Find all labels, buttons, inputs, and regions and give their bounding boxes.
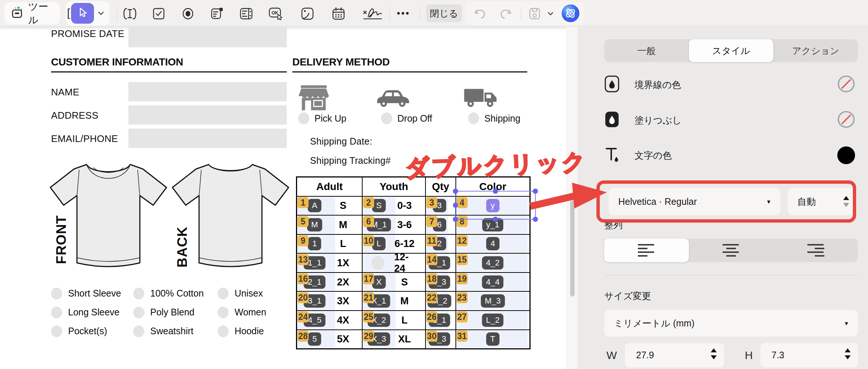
tab-style[interactable]: スタイル [689,39,774,62]
tab-action[interactable]: アクション [773,39,858,62]
align-right-icon [807,244,824,257]
form-field-chip[interactable]: 4 [486,237,499,250]
align-right-button[interactable] [773,238,858,262]
selection-handle[interactable] [533,189,538,194]
scrollbar-thumb[interactable] [570,200,575,297]
save-icon[interactable] [527,6,542,21]
stepper-up-icon[interactable] [843,196,849,200]
more-tools-button[interactable] [395,6,411,21]
field-number-badge: 9 [297,235,309,246]
pickup-checkbox[interactable] [298,112,309,124]
font-size-select[interactable]: 自動 [788,188,857,215]
field-selection-box[interactable] [455,191,536,220]
border-color-row: 境界線の色 [604,75,858,94]
field-number-badge: 26 [426,311,437,322]
size-table-cell: 4_419 [456,273,529,291]
option-checkbox[interactable] [133,325,144,337]
chevron-down-icon: ▼ [766,199,771,205]
list-box-tool[interactable] [239,6,254,21]
form-field-chip[interactable]: M [307,218,322,231]
text-color-swatch[interactable] [837,146,855,164]
font-family-select[interactable]: Helvetica · Regular ▼ [609,188,780,215]
image-field-tool[interactable] [300,6,315,21]
redo-icon[interactable] [498,6,514,21]
size-label: 1X [337,257,349,269]
form-field-chip[interactable]: 4_4 [482,275,504,289]
height-input[interactable]: 7.3 [760,343,858,368]
select-tool-button[interactable] [71,3,94,24]
selection-handle[interactable] [533,203,538,208]
option-checkbox[interactable] [133,288,144,299]
form-field-chip[interactable]: X [372,275,386,289]
option-checkbox[interactable] [133,307,144,318]
selection-handle[interactable] [533,217,538,222]
ai-assistant-icon[interactable] [561,4,580,23]
close-form-mode-button[interactable]: 閉じる [426,4,462,22]
size-table-cell: 4_215 [456,254,529,272]
unit-select[interactable]: ミリメートル (mm) ▼ [604,310,858,336]
date-field-tool[interactable] [331,6,346,21]
dropoff-checkbox[interactable] [381,112,392,124]
selection-handle[interactable] [453,217,458,222]
size-table-cell: 412 [456,235,529,253]
selection-handle[interactable] [453,203,458,208]
address-field[interactable] [128,105,287,125]
save-options-chevron-icon[interactable] [547,10,554,18]
shipping-checkbox[interactable] [468,112,479,124]
push-button-tool[interactable]: OK [268,6,283,21]
undo-icon[interactable] [472,6,488,21]
form-field-chip[interactable]: T [486,332,499,346]
size-table-cell: 211 [426,235,456,253]
option-checkbox[interactable] [51,307,62,318]
stepper-down-icon[interactable] [711,355,717,359]
border-color-swatch[interactable] [837,75,855,94]
field-number-badge: 12 [457,235,468,246]
promise-date-field[interactable] [128,27,287,47]
stepper-down-icon[interactable] [845,355,851,359]
radio-button-tool[interactable] [180,6,196,21]
field-number-badge: 7 [426,216,437,227]
selection-handle[interactable] [493,217,498,222]
option-label: Unisex [235,288,263,299]
email-phone-field[interactable] [128,129,287,148]
signature-tool[interactable] [361,6,384,21]
stepper-up-icon[interactable] [711,348,717,352]
option-checkbox[interactable] [51,325,62,337]
tab-general[interactable]: 一般 [604,39,689,62]
form-field-chip[interactable]: 1 [308,237,321,250]
name-field[interactable] [128,82,287,101]
selection-handle[interactable] [453,189,458,194]
tools-menu-button[interactable]: ツール [4,2,60,24]
option-checkbox[interactable] [218,307,229,318]
align-left-button[interactable] [604,238,689,262]
width-input[interactable]: 27.9 [625,343,724,368]
option-label: Sweatshirt [150,326,194,336]
stepper-down-icon[interactable] [843,203,849,207]
select-tool-chevron-icon[interactable] [97,10,105,18]
size-table-cell: M5M [297,216,363,234]
checkbox-tool[interactable] [151,6,166,21]
field-number-badge: 17 [363,273,374,284]
dropdown-tool[interactable] [209,6,225,21]
option-checkbox[interactable] [218,325,229,337]
stepper-up-icon[interactable] [845,348,851,352]
fill-label: 塗りつぶし [635,114,682,126]
form-field-chip[interactable]: 4_2 [482,256,504,270]
form-field-chip[interactable]: M_3 [481,294,505,308]
form-field-chip[interactable]: A [308,199,322,212]
form-field-chip[interactable]: S [372,199,386,212]
form-field-chip[interactable]: L [372,237,386,250]
field-number-badge: 22 [426,292,437,303]
field-number-badge: 18 [426,273,437,284]
form-field-chip[interactable]: L_2 [482,314,504,327]
fill-swatch[interactable] [837,111,855,130]
email-phone-label: EMAIL/PHONE [51,133,118,145]
option-checkbox[interactable] [218,288,229,299]
truck-icon [463,86,500,110]
checkbox-field[interactable] [371,256,384,270]
text-field-tool[interactable] [122,6,138,21]
option-checkbox[interactable] [51,288,62,299]
form-field-chip[interactable]: 5 [308,332,321,346]
align-center-button[interactable] [689,238,774,262]
selection-handle[interactable] [493,189,498,194]
